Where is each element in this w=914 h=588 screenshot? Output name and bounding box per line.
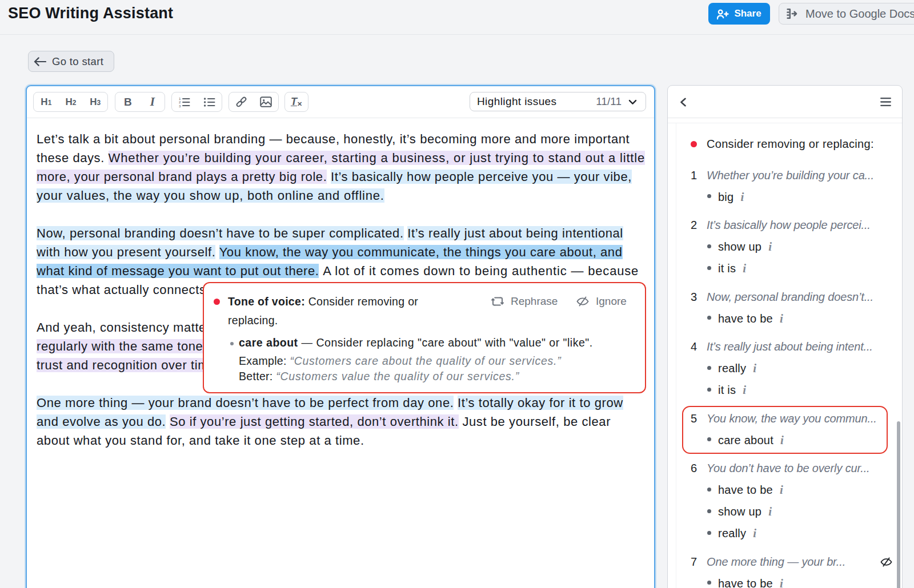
svg-text:3: 3 — [179, 103, 181, 107]
